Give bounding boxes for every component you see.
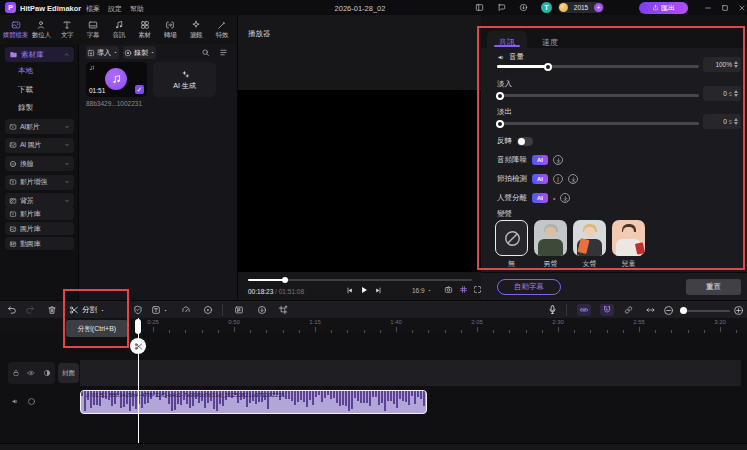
tab-audio[interactable]: 音訊 [487,31,527,48]
player-progress-handle[interactable] [282,277,288,283]
user-avatar[interactable]: T [541,2,552,13]
volume-stepper[interactable] [734,61,738,68]
clip-checkbox[interactable]: ✓ [135,85,144,94]
flag-button[interactable] [234,305,244,315]
text-tool-button[interactable] [151,305,168,315]
media-clip-card[interactable]: 01:51 ✓ [86,62,147,97]
top-nav-text[interactable]: 文字 [54,17,81,43]
sidebar-item-1[interactable]: 下載 [18,85,33,95]
minimize-button[interactable] [703,3,712,12]
voiceover-mic-button[interactable] [547,304,558,315]
snapshot-icon[interactable] [444,285,453,294]
sidebar-group-image-lib[interactable]: 圖片庫 [5,222,74,235]
zoom-slider-handle[interactable] [680,307,687,314]
voice-option-0[interactable] [495,220,528,256]
undo-button[interactable] [7,305,17,315]
fade-in-slider[interactable] [497,94,699,97]
lock-icon[interactable] [12,369,20,377]
crop-button[interactable] [278,305,288,315]
sidebar-group-face-swap[interactable]: 換臉 [5,156,74,171]
download-icon[interactable] [519,3,528,12]
fade-in-stepper[interactable] [734,90,738,97]
add-coins-icon[interactable]: + [594,3,603,12]
feedback-icon[interactable] [497,3,506,12]
top-nav-media[interactable]: 媒體檔案 [2,17,29,43]
volume-value-box[interactable]: 100% [703,57,741,72]
sidebar-item-2[interactable]: 錄製 [18,103,33,113]
reverse-toggle[interactable] [517,137,533,146]
sidebar-item-0[interactable]: 本地 [18,66,33,76]
aspect-ratio-select[interactable]: 16:9 [412,285,432,295]
marker-button[interactable] [133,305,143,315]
maximize-button[interactable] [720,3,729,12]
import-button[interactable]: 導入 [86,46,119,59]
close-button[interactable] [737,3,746,12]
denoise-download-icon[interactable] [553,155,563,165]
prev-frame-button[interactable] [345,286,354,295]
playhead-handle[interactable] [135,319,141,334]
playhead[interactable] [138,318,140,443]
expand-clips-button[interactable] [645,305,656,315]
magnet-button[interactable] [600,304,614,316]
search-icon[interactable] [201,48,210,57]
sidebar-group-gif-lib[interactable]: 動圖庫 [5,237,74,250]
coins-pill[interactable]: 2015 + [558,2,604,13]
hide-track-icon[interactable] [27,369,35,377]
sidebar-group-ai-image[interactable]: AI 圖片 [5,138,74,153]
link-button[interactable] [623,305,634,315]
play-button[interactable] [359,285,369,295]
split-button[interactable]: 分割 [69,303,105,317]
layout-icon[interactable] [475,3,484,12]
top-nav-subtitle[interactable]: 字幕 [79,17,106,43]
top-nav-audio[interactable]: 音訊 [105,17,132,43]
grid-icon[interactable] [459,285,468,294]
audio-clip[interactable]: 01:51 88b3429b4-47f8-11f0-b4d1-7a99f6d7b… [80,390,427,414]
top-nav-person[interactable]: 數位人 [28,17,55,43]
beat-detect-info-icon[interactable]: i [553,174,563,184]
freeze-frame-button[interactable] [203,305,213,315]
top-nav-transition[interactable]: 轉場 [157,17,184,43]
next-frame-button[interactable] [374,286,383,295]
voice-option-2[interactable] [573,220,606,256]
video-track-lane[interactable] [80,360,741,386]
denoise-ai-badge[interactable]: AI [532,155,548,165]
download-frame-button[interactable] [257,305,267,315]
top-nav-effects[interactable]: 特效 [208,17,235,43]
beat-detect-ai-badge[interactable]: AI [532,174,548,184]
delete-button[interactable] [47,305,57,315]
fade-out-stepper[interactable] [734,118,738,125]
sidebar-group-video-lib[interactable]: 影片庫 [5,207,74,220]
redo-button[interactable] [25,305,35,315]
ripple-edit-button[interactable] [577,304,591,316]
fade-in-handle[interactable] [496,92,504,100]
menu-settings[interactable]: 設定 [108,4,122,14]
sidebar-group-enhance[interactable]: 影片增強 [5,175,74,190]
cover-button[interactable]: 封面 [58,363,79,383]
fade-out-value-box[interactable]: 0 s [703,114,741,129]
top-nav-elements[interactable]: 素材 [131,17,158,43]
player-progress-track[interactable] [248,279,472,281]
speed-button[interactable] [181,305,191,315]
volume-slider[interactable] [497,65,699,68]
vocal-split-ai-badge[interactable]: AI [532,193,548,203]
vocal-split-download-icon[interactable] [560,193,570,203]
record-button[interactable]: 錄製 [123,46,156,59]
fade-out-handle[interactable] [496,120,504,128]
voice-option-1[interactable] [534,220,567,256]
reset-button[interactable]: 重置 [686,279,741,295]
zoom-in-button[interactable] [733,305,744,316]
sidebar-library[interactable]: 素材庫 [5,47,74,62]
auto-subtitle-button[interactable]: 自動字幕 [497,279,561,295]
beat-detect-download-icon[interactable] [568,174,578,184]
sidebar-group-background[interactable]: 背景 [5,193,74,208]
menu-file[interactable]: 檔案 [86,4,100,14]
export-button[interactable]: 匯出 [639,2,688,14]
tab-speed[interactable]: 速度 [533,31,567,48]
timeline-zoom-slider[interactable] [680,310,730,312]
fade-out-slider[interactable] [497,122,699,125]
menu-help[interactable]: 幫助 [130,4,144,14]
list-view-icon[interactable] [219,48,228,57]
mute-track-icon[interactable] [43,369,51,377]
audio-track-volume-icon[interactable] [11,397,20,406]
sidebar-group-ai-video[interactable]: AI影片 [5,119,74,134]
